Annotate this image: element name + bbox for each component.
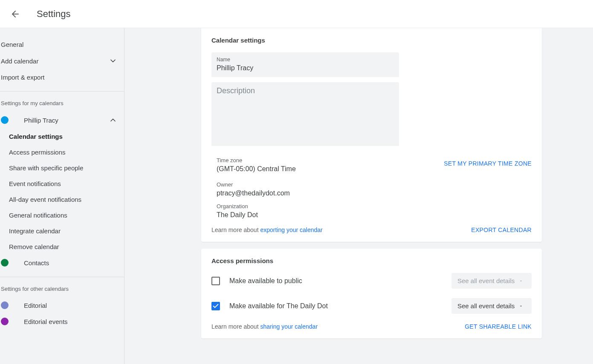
learn-more-text: Learn more about sharing your calendar: [211, 323, 318, 330]
organization-value: The Daily Dot: [217, 211, 532, 219]
sidebar-item-import-export[interactable]: Import & export: [0, 69, 124, 85]
divider: [0, 277, 124, 277]
field-label: Name: [217, 57, 394, 63]
sidebar-item-label: General: [1, 41, 23, 48]
public-checkbox-label: Make available to public: [229, 277, 302, 285]
chevron-up-icon: [109, 116, 117, 124]
timezone-label: Time zone: [217, 157, 296, 163]
sidebar-section-other-calendars: Settings for other calendars: [0, 283, 124, 297]
caret-down-icon: [519, 277, 523, 284]
field-value: Phillip Tracy: [217, 64, 394, 72]
public-checkbox[interactable]: [211, 277, 220, 285]
sidebar-sub-allday-notifications[interactable]: All-day event notifications: [0, 192, 124, 207]
sidebar-sub-integrate[interactable]: Integrate calendar: [0, 223, 124, 239]
sidebar-item-general[interactable]: General: [0, 37, 124, 52]
sidebar-calendar-contacts[interactable]: Contacts: [0, 255, 124, 271]
chevron-down-icon: [109, 57, 117, 65]
divider: [0, 91, 124, 92]
sidebar-item-label: Import & export: [1, 74, 45, 81]
sidebar-sub-access-permissions[interactable]: Access permissions: [0, 144, 124, 160]
calendar-name: Phillip Tracy: [24, 117, 58, 124]
sidebar-sub-general-notifications[interactable]: General notifications: [0, 207, 124, 223]
timezone-value: (GMT-05:00) Central Time: [217, 165, 296, 173]
owner-label: Owner: [217, 181, 532, 188]
export-calendar-button[interactable]: EXPORT CALENDAR: [471, 226, 532, 233]
org-checkbox[interactable]: [211, 302, 220, 310]
calendar-color-dot: [1, 259, 9, 267]
calendar-settings-card: Calendar settings Name Phillip Tracy Des…: [201, 28, 542, 242]
sidebar: General Add calendar Import & export Set…: [0, 28, 124, 364]
main-content: Calendar settings Name Phillip Tracy Des…: [124, 28, 593, 364]
export-calendar-link[interactable]: exporting your calendar: [260, 226, 322, 233]
calendar-color-dot: [1, 318, 9, 325]
org-visibility-dropdown[interactable]: See all event details: [451, 298, 532, 314]
name-field[interactable]: Name Phillip Tracy: [211, 52, 399, 77]
sidebar-sub-remove[interactable]: Remove calendar: [0, 239, 124, 255]
sidebar-calendar-editorial[interactable]: Editorial: [0, 297, 124, 313]
set-primary-timezone-button[interactable]: SET MY PRIMARY TIME ZONE: [444, 160, 532, 167]
calendar-color-dot: [1, 301, 9, 309]
sidebar-sub-share-people[interactable]: Share with specific people: [0, 160, 124, 176]
learn-more-text: Learn more about exporting your calendar: [211, 226, 323, 233]
public-visibility-dropdown[interactable]: See all event details: [451, 273, 532, 289]
sidebar-item-label: Add calendar: [1, 57, 38, 65]
sidebar-calendar-phillip-tracy[interactable]: Phillip Tracy: [0, 112, 124, 129]
calendar-name: Contacts: [24, 259, 49, 267]
access-permissions-card: Access permissions Make available to pub…: [201, 249, 542, 338]
dropdown-value: See all event details: [457, 302, 515, 310]
calendar-color-dot: [1, 116, 9, 124]
sidebar-sub-calendar-settings[interactable]: Calendar settings: [0, 129, 124, 144]
check-icon: [212, 303, 219, 310]
sidebar-section-my-calendars: Settings for my calendars: [0, 97, 124, 112]
sidebar-calendar-editorial-events[interactable]: Editorial events: [0, 313, 124, 330]
owner-value: ptracy@thedailydot.com: [217, 189, 532, 197]
get-shareable-link-button[interactable]: GET SHAREABLE LINK: [465, 323, 532, 330]
dropdown-value: See all event details: [457, 277, 515, 284]
header: Settings: [0, 0, 593, 28]
organization-label: Organization: [217, 203, 532, 209]
back-button[interactable]: [10, 9, 20, 19]
card-title: Access permissions: [211, 257, 532, 264]
calendar-name: Editorial events: [24, 318, 68, 325]
org-checkbox-label: Make available for The Daily Dot: [229, 302, 328, 310]
sharing-calendar-link[interactable]: sharing your calendar: [260, 323, 318, 330]
card-title: Calendar settings: [211, 37, 532, 44]
sidebar-sub-event-notifications[interactable]: Event notifications: [0, 176, 124, 192]
sidebar-item-add-calendar[interactable]: Add calendar: [0, 52, 124, 69]
caret-down-icon: [519, 302, 523, 310]
page-title: Settings: [37, 9, 71, 20]
calendar-name: Editorial: [24, 302, 47, 309]
field-label: Description: [217, 86, 394, 95]
arrow-left-icon: [10, 9, 20, 19]
description-field[interactable]: Description: [211, 82, 399, 146]
